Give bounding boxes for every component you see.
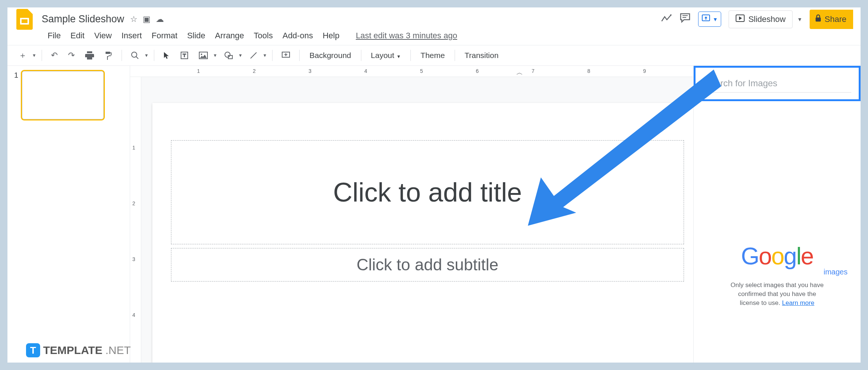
svg-line-14: [251, 52, 256, 58]
separator: [410, 50, 411, 61]
chevron-down-icon: ▼: [713, 16, 718, 22]
share-button[interactable]: Share: [810, 10, 853, 29]
separator: [299, 50, 300, 61]
present-to-meeting-button[interactable]: ▼: [698, 12, 721, 27]
image-tool[interactable]: [195, 49, 212, 61]
menu-format[interactable]: Format: [152, 31, 178, 41]
comment-add-button[interactable]: [278, 49, 294, 62]
background-button[interactable]: Background: [305, 49, 355, 62]
slideshow-button[interactable]: Slideshow: [729, 10, 793, 28]
lock-icon: [815, 14, 822, 25]
share-label: Share: [825, 15, 846, 24]
new-slide-button[interactable]: ＋: [15, 48, 30, 63]
separator: [455, 50, 455, 61]
template-net-watermark: T TEMPLATE.NET: [26, 343, 131, 357]
select-tool[interactable]: [159, 49, 174, 62]
search-images-input[interactable]: [703, 74, 851, 93]
watermark-badge-icon: T: [26, 343, 40, 357]
svg-rect-6: [816, 17, 821, 22]
separator: [272, 50, 272, 61]
google-images-logo: Google images: [694, 242, 861, 276]
present-up-icon: [701, 14, 710, 24]
play-rect-icon: [736, 15, 745, 24]
document-title[interactable]: Sample Slideshow: [39, 13, 126, 26]
undo-button[interactable]: ↶: [47, 48, 61, 62]
separator: [361, 50, 361, 61]
redo-button[interactable]: ↷: [64, 48, 78, 62]
move-folder-icon[interactable]: ▣: [143, 15, 151, 24]
horizontal-ruler: 1 2 3 4 5 6 7 8 9: [130, 66, 693, 77]
menu-view[interactable]: View: [94, 31, 112, 41]
menu-addons[interactable]: Add-ons: [283, 31, 313, 41]
line-tool[interactable]: [246, 49, 261, 62]
title-placeholder[interactable]: Click to add title: [171, 140, 684, 244]
paint-format-button[interactable]: [101, 49, 116, 62]
zoom-button[interactable]: [127, 49, 143, 62]
license-disclaimer: Only select images that you have confirm…: [694, 276, 861, 312]
search-box-highlight: [694, 66, 861, 101]
shape-dropdown[interactable]: ▼: [238, 53, 243, 58]
svg-point-11: [201, 54, 202, 55]
line-dropdown[interactable]: ▼: [263, 53, 267, 58]
zoom-dropdown[interactable]: ▼: [144, 53, 149, 58]
menu-file[interactable]: File: [48, 31, 61, 41]
transition-button[interactable]: Transition: [460, 49, 503, 62]
comment-icon[interactable]: [680, 13, 691, 26]
last-edit-link[interactable]: Last edit was 3 minutes ago: [356, 31, 457, 41]
subtitle-placeholder[interactable]: Click to add subtitle: [171, 248, 684, 281]
image-dropdown[interactable]: ▼: [213, 53, 217, 58]
separator: [42, 50, 42, 61]
slideshow-dropdown[interactable]: ▼: [797, 16, 802, 22]
toolbar: ＋ ▼ ↶ ↷ ▼ ▼ ▼ ▼: [7, 45, 861, 66]
shape-tool[interactable]: [220, 49, 237, 62]
image-search-panel: Google images Only select images that yo…: [693, 66, 861, 363]
slideshow-label: Slideshow: [748, 15, 785, 24]
theme-button[interactable]: Theme: [416, 49, 449, 62]
svg-point-12: [225, 52, 230, 57]
menu-help[interactable]: Help: [323, 31, 339, 41]
star-icon[interactable]: ☆: [130, 15, 138, 24]
separator: [122, 50, 122, 61]
menu-insert[interactable]: Insert: [122, 31, 142, 41]
separator: [154, 50, 154, 61]
filmstrip: 1: [7, 66, 130, 363]
menu-tools[interactable]: Tools: [254, 31, 273, 41]
activity-icon[interactable]: [661, 13, 672, 25]
learn-more-link[interactable]: Learn more: [782, 299, 814, 306]
cloud-status-icon: ☁: [156, 15, 164, 24]
menu-arrange[interactable]: Arrange: [215, 31, 244, 41]
slide-canvas[interactable]: Click to add title Click to add subtitle: [152, 103, 703, 363]
layout-button[interactable]: Layout ▼: [367, 49, 406, 62]
slides-logo-icon: [15, 10, 34, 29]
svg-point-7: [132, 52, 137, 57]
menu-edit[interactable]: Edit: [70, 31, 84, 41]
menu-slide[interactable]: Slide: [187, 31, 205, 41]
title-placeholder-text: Click to add title: [333, 177, 522, 207]
collapse-chevron-icon[interactable]: ︿: [516, 68, 523, 77]
slide-thumbnail-1[interactable]: [22, 71, 104, 119]
svg-rect-1: [22, 19, 28, 23]
svg-line-8: [136, 57, 138, 59]
textbox-tool[interactable]: [177, 49, 192, 62]
slide-thumb-number: 1: [14, 71, 18, 119]
new-slide-dropdown[interactable]: ▼: [32, 53, 36, 58]
subtitle-placeholder-text: Click to add subtitle: [356, 255, 498, 274]
print-button[interactable]: [81, 49, 98, 62]
